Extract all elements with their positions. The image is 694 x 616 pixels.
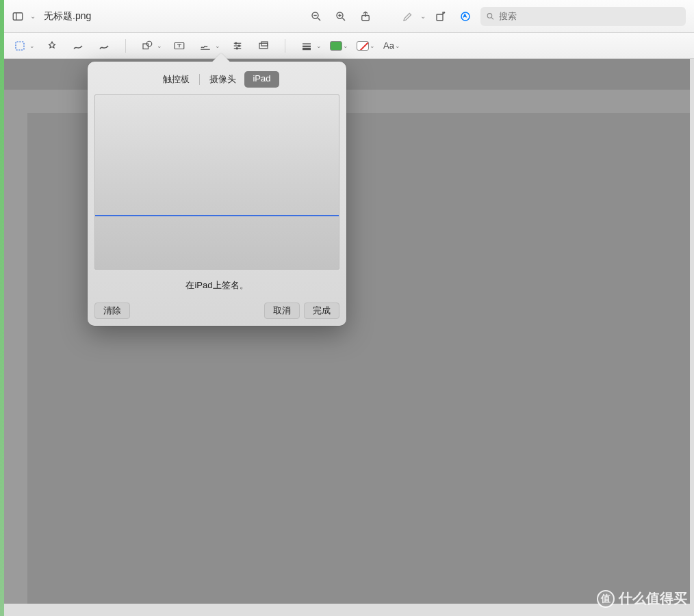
signature-popover: 触控板 摄像头 iPad 在iPad上签名。 清除 取消 完成 — [88, 62, 346, 326]
search-icon — [486, 12, 495, 21]
markup-toolbar: ⌄ ⌄ ⌄ ⌄ ⌄ ⌄ Aa ⌄ — [0, 33, 694, 59]
document-title: 无标题.png — [44, 10, 91, 23]
chevron-down-icon[interactable]: ⌄ — [395, 42, 400, 49]
zoom-out-icon[interactable] — [307, 7, 326, 26]
chevron-down-icon[interactable]: ⌄ — [30, 12, 36, 20]
svg-line-3 — [318, 18, 320, 21]
shapes-icon[interactable] — [138, 37, 156, 55]
svg-rect-26 — [261, 42, 268, 46]
search-field[interactable] — [480, 7, 686, 26]
tab-divider — [199, 74, 200, 85]
svg-rect-15 — [143, 44, 149, 49]
share-icon[interactable] — [356, 7, 375, 26]
svg-point-12 — [487, 13, 492, 18]
watermark-text: 什么值得买 — [619, 589, 687, 608]
rotate-icon[interactable] — [431, 7, 450, 26]
svg-rect-14 — [16, 42, 24, 50]
tab-trackpad[interactable]: 触控板 — [155, 71, 198, 88]
adjust-color-icon[interactable] — [229, 37, 246, 55]
highlight-icon[interactable] — [398, 7, 417, 26]
stroke-icon[interactable] — [298, 37, 316, 55]
selection-icon[interactable] — [11, 37, 29, 55]
chevron-down-icon[interactable]: ⌄ — [316, 42, 322, 49]
signature-hint: 在iPad上签名。 — [88, 279, 346, 292]
chevron-down-icon[interactable]: ⌄ — [343, 42, 348, 49]
main-toolbar: ⌄ 无标题.png ⌄ — [0, 0, 694, 33]
instant-alpha-icon[interactable] — [43, 37, 61, 55]
chevron-down-icon[interactable]: ⌄ — [420, 12, 426, 20]
svg-rect-10 — [437, 14, 443, 21]
zoom-in-icon[interactable] — [331, 7, 350, 26]
svg-point-22 — [235, 42, 237, 44]
signature-canvas[interactable] — [94, 94, 339, 270]
watermark: 值 什么值得买 — [597, 589, 687, 608]
chevron-down-icon[interactable]: ⌄ — [29, 42, 35, 49]
popover-button-row: 清除 取消 完成 — [88, 303, 346, 319]
tab-ipad[interactable]: iPad — [244, 71, 279, 88]
search-input[interactable] — [499, 11, 680, 21]
tab-camera[interactable]: 摄像头 — [201, 71, 244, 88]
cancel-button[interactable]: 取消 — [264, 303, 300, 319]
chevron-down-icon[interactable]: ⌄ — [215, 42, 220, 49]
signature-baseline — [95, 215, 339, 216]
sign-icon[interactable] — [196, 37, 214, 55]
svg-rect-0 — [13, 12, 23, 20]
signature-source-tabs: 触控板 摄像头 iPad — [88, 71, 346, 88]
markup-icon[interactable] — [456, 7, 475, 26]
border-color-swatch[interactable] — [330, 41, 342, 51]
draw-icon[interactable] — [95, 37, 113, 55]
text-box-icon[interactable] — [170, 37, 188, 55]
separator — [285, 39, 285, 53]
svg-point-24 — [236, 47, 237, 49]
sketch-icon[interactable] — [69, 37, 87, 55]
text-style-button[interactable]: Aa — [383, 40, 394, 51]
svg-line-13 — [491, 17, 493, 19]
chevron-down-icon[interactable]: ⌄ — [370, 42, 375, 49]
adjust-size-icon[interactable] — [255, 37, 272, 55]
done-button[interactable]: 完成 — [304, 303, 339, 319]
separator — [125, 39, 126, 53]
clear-button[interactable]: 清除 — [94, 303, 130, 319]
svg-point-23 — [238, 44, 240, 46]
watermark-badge: 值 — [597, 590, 615, 608]
sidebar-toggle-icon[interactable] — [8, 7, 27, 26]
fill-color-swatch[interactable] — [357, 41, 369, 51]
svg-line-6 — [342, 18, 345, 21]
chevron-down-icon[interactable]: ⌄ — [157, 42, 162, 49]
